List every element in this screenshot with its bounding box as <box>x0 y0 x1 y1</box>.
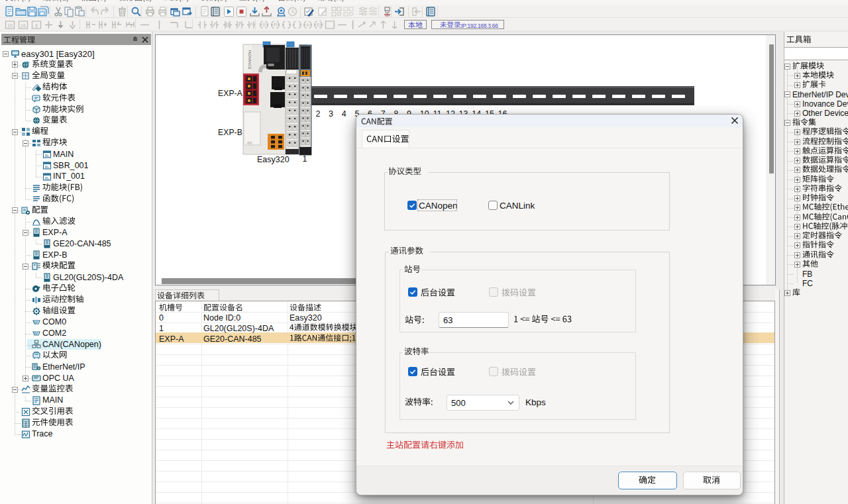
svg-text:A: A <box>306 23 309 27</box>
svg-text:16: 16 <box>21 23 26 28</box>
svg-text:10: 10 <box>7 23 13 28</box>
svg-text:8: 8 <box>35 23 38 28</box>
svg-text:INOVANCE: INOVANCE <box>248 50 252 70</box>
svg-text:R: R <box>274 23 277 27</box>
svg-text:P: P <box>250 23 253 27</box>
svg-text:-FN: -FN <box>246 141 252 145</box>
svg-text:S: S <box>262 23 266 27</box>
